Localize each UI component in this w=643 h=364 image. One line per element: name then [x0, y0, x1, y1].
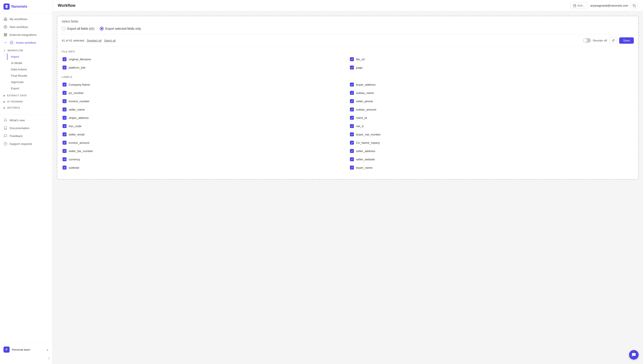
field-checkbox[interactable]	[63, 91, 67, 95]
message-icon	[4, 134, 8, 138]
field-label: subtax_amount	[356, 108, 376, 111]
field-checkbox[interactable]	[63, 124, 67, 128]
field-checkbox[interactable]	[63, 108, 67, 112]
field-checkbox[interactable]	[350, 116, 354, 120]
extract-data-section-header[interactable]: ▶ EXTRACT DATA	[0, 92, 52, 98]
field-label: client_id	[356, 116, 367, 120]
sidebar-item-documentation[interactable]: Documentation	[0, 124, 52, 132]
help-circle-icon	[4, 142, 8, 146]
chevron-up-icon: ▲	[46, 348, 49, 351]
sidebar-item-active-workflow[interactable]: Active workflow	[0, 39, 52, 46]
svg-rect-3	[4, 34, 5, 34]
field-checkbox[interactable]	[350, 66, 354, 70]
main-content: Workflow Sch... aryanagrawal@nanonets.co…	[53, 0, 643, 364]
sidebar-item-data-actions[interactable]: Data Actions	[7, 66, 52, 72]
field-checkbox[interactable]	[63, 157, 67, 161]
sidebar-item-approvals[interactable]: Approvals	[7, 79, 52, 85]
sidebar-item-external-integrations[interactable]: External integrations	[0, 31, 52, 39]
sidebar-item-label: Documentation	[10, 126, 30, 130]
sidebar-item-feedback[interactable]: Feedback	[0, 132, 52, 140]
field-checkbox[interactable]	[350, 141, 354, 145]
sidebar-item-ai-model[interactable]: AI Model	[7, 60, 52, 66]
export-selected-option[interactable]: Export selected fields only	[100, 27, 141, 30]
svg-rect-14	[634, 5, 635, 7]
field-checkbox[interactable]	[350, 57, 354, 61]
settings-section-header[interactable]: ▶ SETTINGS	[0, 105, 52, 111]
field-checkbox[interactable]	[350, 132, 354, 136]
selected-count: 41 of 41 selected	[62, 39, 84, 42]
sidebar-item-my-workflows[interactable]: My workflows	[0, 15, 52, 23]
field-checkbox[interactable]	[63, 66, 67, 70]
chat-support-button[interactable]	[629, 350, 639, 360]
sidebar-item-import[interactable]: Import	[7, 54, 52, 60]
select-fields-panel: Select fields Export all fields (41) Exp…	[57, 16, 639, 180]
field-checkbox[interactable]	[350, 149, 354, 153]
workflow-section-header[interactable]: ▼ WORKFLOW	[0, 48, 52, 54]
field-checkbox[interactable]	[350, 99, 354, 103]
sidebar-item-new-workflow[interactable]: New workflow	[0, 23, 52, 31]
reset-icon: ↺	[612, 38, 614, 42]
logo[interactable]: Nanonets	[0, 0, 52, 13]
field-buyer-name: buyer_name	[349, 164, 634, 171]
field-buyer-address: buyer_address	[349, 81, 634, 88]
toggle-knob	[583, 39, 587, 42]
field-label: buyer_vat_number	[356, 133, 381, 136]
copy-button[interactable]	[631, 2, 638, 9]
field-checkbox[interactable]	[63, 132, 67, 136]
field-checkbox[interactable]	[350, 124, 354, 128]
field-buyer-vat-number: buyer_vat_number	[349, 131, 634, 138]
field-checkbox[interactable]	[350, 166, 354, 170]
export-all-radio[interactable]	[62, 27, 66, 30]
section-label: WORKFLOW	[8, 49, 23, 52]
field-seller-fax-number: seller_fax_number	[62, 147, 347, 155]
collapse-sidebar-button[interactable]: 《	[0, 355, 52, 362]
sidebar-item-whats-new[interactable]: What's new	[0, 116, 52, 124]
field-checkbox[interactable]	[350, 157, 354, 161]
field-label: net_d	[356, 124, 364, 128]
field-label: seller_fax_number	[69, 150, 93, 153]
ai-training-section-header[interactable]: ▶ AI TRAINING	[0, 98, 52, 105]
sidebar-item-label: What's new	[10, 119, 25, 122]
field-checkbox[interactable]	[350, 108, 354, 112]
file-info-grid: original_filename file_url platform_link	[62, 56, 634, 71]
reorder-switch[interactable]	[583, 38, 591, 42]
save-button[interactable]: Save	[619, 37, 634, 44]
field-checkbox[interactable]	[63, 141, 67, 145]
reset-button[interactable]: ↺	[609, 37, 616, 44]
field-checkbox[interactable]	[350, 91, 354, 95]
field-label: page	[356, 66, 363, 69]
field-label: currency	[69, 158, 80, 161]
field-checkbox[interactable]	[63, 116, 67, 120]
field-subtax-amount: subtax_amount	[349, 106, 634, 113]
fields-content: FILE INFO original_filename file_url	[57, 47, 638, 179]
field-checkbox[interactable]	[63, 57, 67, 61]
field-company-name: Company Name	[62, 81, 347, 88]
field-label: shipto_address	[69, 116, 89, 120]
select-all-button[interactable]: Select all	[104, 39, 116, 42]
schedule-button[interactable]: Sch...	[570, 2, 588, 9]
deselect-all-button[interactable]: Deselect all	[87, 39, 102, 42]
section-label: AI TRAINING	[7, 100, 23, 103]
sidebar-item-final-results[interactable]: Final Results	[7, 72, 52, 79]
field-checkbox[interactable]	[63, 166, 67, 170]
field-hsn-code: hsn_code	[62, 122, 347, 130]
export-all-option[interactable]: Export all fields (41)	[62, 27, 95, 30]
reorder-toggle[interactable]: Reorder off	[583, 38, 607, 42]
circle-icon	[10, 41, 14, 44]
field-seller-address: seller_address	[349, 147, 634, 155]
field-label: hsn_code	[69, 124, 82, 128]
sidebar-item-export[interactable]: Export	[7, 85, 52, 92]
export-selected-radio[interactable]	[100, 27, 104, 30]
field-checkbox[interactable]	[63, 82, 67, 86]
field-checkbox[interactable]	[63, 149, 67, 153]
export-options: Export all fields (41) Export selected f…	[57, 25, 638, 34]
sidebar-item-support-requests[interactable]: Support requests	[0, 140, 52, 148]
select-fields-title: Select fields	[62, 20, 634, 23]
sidebar-bottom: P Personal team ▲ 《	[0, 342, 52, 364]
export-selected-label: Export selected fields only	[105, 27, 141, 30]
reorder-label: Reorder off	[593, 39, 607, 42]
field-checkbox[interactable]	[350, 82, 354, 86]
field-subtax-name: subtax_name	[349, 89, 634, 96]
field-checkbox[interactable]	[63, 99, 67, 103]
personal-team[interactable]: P Personal team ▲	[0, 344, 52, 355]
